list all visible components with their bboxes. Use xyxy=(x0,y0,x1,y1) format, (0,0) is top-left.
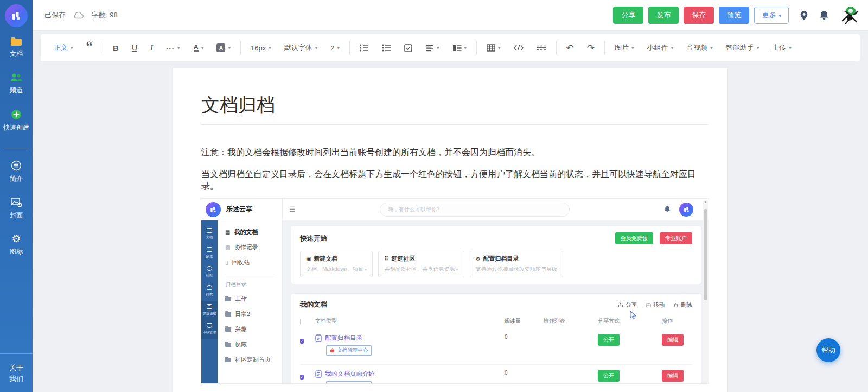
gear-icon: ⚙ xyxy=(11,234,21,244)
embedded-screenshot[interactable]: 乐述云享 ☰ xyxy=(201,199,709,383)
sidebar-item-label: 图标 xyxy=(10,247,23,256)
sidebar-item-icons[interactable]: ⚙ 图标 xyxy=(10,234,23,256)
app-logo[interactable] xyxy=(5,4,28,27)
task-checkbox-button[interactable] xyxy=(404,44,412,52)
folder-favorites: 收藏 xyxy=(225,340,282,349)
about-line: 关于 xyxy=(0,363,33,374)
mydocs-move-action: 移动 xyxy=(646,301,665,309)
table-dropdown[interactable] xyxy=(487,44,501,52)
share-mode-badge: 公开 xyxy=(598,334,620,346)
font-family-dropdown[interactable]: 默认字体 xyxy=(284,43,318,53)
sidebar-about-us[interactable]: 关于 我们 xyxy=(0,353,33,392)
sidebar-item-quick-create[interactable]: 快速创建 xyxy=(3,109,29,132)
archive-tag: 文档管理中心 xyxy=(326,381,372,383)
highlight-color-dropdown[interactable]: A xyxy=(216,43,231,52)
insert-widget-dropdown[interactable]: 小组件 xyxy=(647,43,674,53)
underline-button[interactable]: U xyxy=(132,43,137,52)
preview-button[interactable]: 预览 xyxy=(719,7,749,24)
horizontal-rule-button[interactable] xyxy=(537,45,546,51)
share-icon xyxy=(618,302,623,308)
publish-button[interactable]: 发布 xyxy=(648,7,679,24)
blockquote-button[interactable]: “ xyxy=(86,43,93,52)
folder-icon xyxy=(225,297,231,301)
help-button[interactable]: 帮助 xyxy=(816,338,840,362)
scrollbar-up-arrow: ▲ xyxy=(703,200,708,204)
quickstart-title: 快速开始 xyxy=(300,234,327,243)
list-circle-icon xyxy=(11,160,22,171)
embedded-avatar xyxy=(679,203,693,217)
undo-button[interactable]: ↶ xyxy=(566,42,574,54)
more-formats-dropdown[interactable]: ··· xyxy=(166,44,181,52)
embedded-bell-icon xyxy=(664,206,671,213)
configure-archive-card: ⚙ 配置归档目录 支持通过拖拽目录改变顺序与层级 xyxy=(470,251,563,277)
embedded-brand-name: 乐述云享 xyxy=(226,205,252,214)
save-status-group: 已保存 字数: 98 xyxy=(44,10,118,20)
user-avatar[interactable] xyxy=(838,4,860,27)
mydocs-delete-action: 删除 xyxy=(673,301,692,309)
doc-icon xyxy=(207,228,212,233)
save-button[interactable]: 保存 xyxy=(684,7,714,24)
ordered-list-button[interactable] xyxy=(382,44,391,52)
font-color-dropdown[interactable]: A xyxy=(194,43,204,52)
more-button[interactable]: 更多 xyxy=(754,7,789,24)
code-block-button[interactable] xyxy=(514,45,524,51)
edit-button: 编辑 xyxy=(662,334,684,346)
quickstart-card: 快速开始 会员免费领 专业账户 ▣ 新建文档 文档、M xyxy=(291,226,701,284)
hamburger-menu-icon: ☰ xyxy=(289,205,296,213)
ai-assistant-dropdown[interactable]: 智能助手 xyxy=(726,43,760,53)
doc-link: 配置归档目录 xyxy=(325,334,362,342)
indent-dropdown[interactable] xyxy=(452,45,467,52)
font-size-dropdown[interactable]: 16px xyxy=(251,44,271,52)
topbar-actions: 分享 发布 保存 预览 更多 xyxy=(608,4,860,27)
align-dropdown[interactable] xyxy=(425,45,439,52)
sidebar-item-cover[interactable]: 封面 xyxy=(10,198,23,220)
trash-icon xyxy=(673,302,679,308)
location-pin-icon[interactable] xyxy=(800,10,808,21)
notifications-bell-icon[interactable] xyxy=(819,10,829,21)
top-bar: 已保存 字数: 98 分享 发布 保存 预览 更多 xyxy=(33,0,868,31)
redo-button[interactable]: ↷ xyxy=(587,42,595,54)
sidebar-item-label: 快速创建 xyxy=(3,123,29,132)
image-icon xyxy=(11,198,22,207)
align-icon xyxy=(425,45,434,52)
document-page[interactable]: 文档归档 注意：我的文档会根据修改时间列出当前账号创建的所有文档，并不会因为归档… xyxy=(173,68,727,392)
word-count: 字数: 98 xyxy=(92,10,118,20)
archive-section-label: 归档目录 xyxy=(225,281,282,288)
move-icon xyxy=(646,302,651,308)
line-height-dropdown[interactable]: 2 xyxy=(330,44,340,52)
embedded-nav-channels: 频道 xyxy=(201,244,218,263)
insert-media-dropdown[interactable]: 音视频 xyxy=(686,43,713,53)
font-color-icon: A xyxy=(194,43,199,52)
sidebar-item-label: 频道 xyxy=(10,86,23,95)
embedded-brand: 乐述云享 xyxy=(201,199,283,220)
visit-community-card: ⠿ 逛逛社区 共创品质社区、共享信息资源 xyxy=(378,251,464,277)
folder-icon xyxy=(225,327,231,332)
divider-line-icon xyxy=(537,45,546,51)
sidebar-item-channels[interactable]: 频道 xyxy=(10,73,23,95)
share-button[interactable]: 分享 xyxy=(613,7,643,24)
title-divider xyxy=(201,124,709,125)
insert-image-dropdown[interactable]: 图片 xyxy=(615,43,634,53)
paragraph-style-dropdown[interactable]: 正文 xyxy=(54,43,73,53)
folder-work: 工作 xyxy=(225,295,282,303)
folder-icon xyxy=(225,358,231,362)
paragraph[interactable]: 当文档归档至自定义目录后，会在文档标题下方生成一个红色的按钮，方便用户了解文档当… xyxy=(201,168,709,192)
bullet-list-button[interactable] xyxy=(360,44,369,52)
folder-interest: 兴趣 xyxy=(225,325,282,333)
paragraph[interactable]: 注意：我的文档会根据修改时间列出当前账号创建的所有文档，并不会因为归档而消失。 xyxy=(201,147,709,159)
sidebar-item-docs[interactable]: 文档 xyxy=(10,37,23,59)
select-all-checkbox xyxy=(300,319,301,325)
sidebar-item-intro[interactable]: 简介 xyxy=(10,160,23,184)
table-row: ✓ 配置归档目录 文档管理中心 xyxy=(300,329,692,360)
new-doc-icon: ▣ xyxy=(306,256,311,262)
friends-icon xyxy=(207,285,212,290)
mydocs-share-action: 分享 xyxy=(618,301,637,309)
funnel-icon xyxy=(207,323,212,328)
italic-button[interactable]: I xyxy=(150,43,153,53)
new-doc-card: ▣ 新建文档 文档、Markdown、项目 xyxy=(300,251,373,277)
bold-button[interactable]: B xyxy=(113,43,119,53)
pro-account-button: 专业账户 xyxy=(660,232,692,244)
plus-icon xyxy=(207,304,212,309)
document-title[interactable]: 文档归档 xyxy=(201,93,709,117)
upload-dropdown[interactable]: 上传 xyxy=(772,43,792,53)
